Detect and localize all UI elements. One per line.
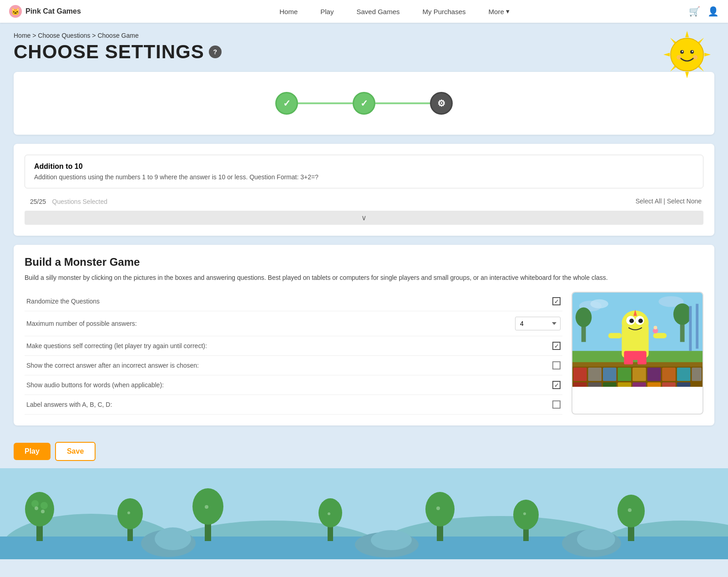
- svg-point-22: [673, 304, 691, 325]
- svg-point-90: [155, 527, 191, 550]
- svg-point-85: [328, 512, 330, 515]
- setting-max-answers-control: 2 3 4 5 6: [515, 317, 561, 330]
- svg-rect-57: [662, 382, 676, 387]
- svg-point-17: [590, 299, 608, 309]
- setting-randomize: Randomize the Questions ✓: [25, 292, 562, 311]
- user-icon[interactable]: 👤: [708, 6, 719, 17]
- svg-point-83: [127, 511, 130, 514]
- steps-row: ✓ ✓ ⚙: [25, 83, 703, 124]
- self-correcting-checkbox[interactable]: ✓: [552, 342, 561, 350]
- svg-point-84: [205, 505, 208, 509]
- step-3[interactable]: ⚙: [430, 92, 453, 115]
- svg-rect-24: [696, 304, 698, 349]
- svg-point-68: [40, 502, 48, 509]
- svg-point-14: [693, 55, 698, 60]
- nav-home[interactable]: Home: [279, 8, 298, 15]
- question-card: Addition to 10 Addition questions using …: [14, 144, 714, 236]
- select-none-link[interactable]: Select None: [667, 197, 702, 205]
- show-correct-checkbox[interactable]: [552, 361, 561, 369]
- audio-buttons-checkbox[interactable]: ✓: [552, 381, 561, 389]
- nav-saved-games[interactable]: Saved Games: [356, 8, 399, 15]
- svg-rect-47: [647, 368, 661, 381]
- collapse-chevron[interactable]: ∨: [25, 211, 703, 225]
- label-answers-checkbox[interactable]: [552, 400, 561, 409]
- game-desc: Build a silly monster by clicking on the…: [25, 273, 703, 283]
- svg-marker-3: [704, 53, 711, 56]
- questions-selected-row: 25/25 Questions Selected Select All | Se…: [25, 196, 703, 206]
- chevron-down-icon: ∨: [361, 214, 367, 222]
- game-preview-svg: [572, 293, 703, 387]
- max-answers-select[interactable]: 2 3 4 5 6: [515, 317, 561, 330]
- link-separator: |: [663, 197, 667, 205]
- svg-rect-36: [624, 351, 646, 360]
- svg-point-31: [629, 319, 634, 323]
- setting-show-correct: Show the correct answer after an incorre…: [25, 356, 562, 375]
- svg-marker-2: [663, 53, 670, 56]
- game-title: Build a Monster Game: [25, 256, 703, 268]
- svg-point-67: [31, 500, 39, 507]
- svg-rect-23: [689, 306, 692, 351]
- svg-rect-56: [647, 382, 661, 387]
- svg-point-11: [682, 51, 683, 52]
- step-1[interactable]: ✓: [275, 92, 298, 115]
- question-desc: Addition questions using the numbers 1 t…: [34, 173, 694, 181]
- setting-audio-buttons: Show audio buttons for words (when appli…: [25, 375, 562, 395]
- nav-play[interactable]: Play: [320, 8, 334, 15]
- setting-max-answers: Maximum number of possible answers: 2 3 …: [25, 311, 562, 336]
- page-title-row: CHOOSE SETTINGS ?: [14, 41, 714, 63]
- svg-rect-48: [662, 368, 676, 381]
- svg-marker-0: [685, 31, 689, 37]
- setting-self-correcting-control: ✓: [552, 342, 561, 350]
- svg-point-94: [577, 528, 615, 550]
- svg-point-86: [436, 506, 440, 510]
- svg-rect-35: [653, 333, 667, 339]
- svg-rect-45: [618, 368, 632, 381]
- svg-point-88: [628, 508, 632, 512]
- landscape-svg: [0, 468, 728, 559]
- question-box: Addition to 10 Addition questions using …: [25, 155, 703, 188]
- randomize-checkbox[interactable]: ✓: [552, 297, 561, 305]
- svg-rect-55: [632, 382, 646, 387]
- step-2[interactable]: ✓: [353, 92, 375, 115]
- nav-links: Home Play Saved Games My Purchases More …: [100, 7, 689, 15]
- svg-point-40: [654, 326, 657, 329]
- svg-point-74: [318, 498, 342, 527]
- step-line-2: [375, 102, 430, 104]
- q-count: 25/25 Questions Selected: [26, 196, 107, 206]
- svg-rect-44: [603, 368, 617, 381]
- chevron-down-icon: ▾: [506, 7, 510, 15]
- setting-self-correcting-label: Make questions self correcting (let play…: [26, 342, 552, 349]
- select-links: Select All | Select None: [636, 197, 702, 205]
- game-preview: [571, 292, 703, 415]
- svg-rect-52: [588, 382, 602, 387]
- landscape-footer: [0, 468, 728, 559]
- logo-icon: 🐱: [9, 5, 22, 18]
- svg-point-92: [371, 530, 412, 550]
- setting-randomize-control: ✓: [552, 297, 561, 305]
- svg-rect-49: [677, 368, 691, 381]
- svg-rect-43: [588, 368, 602, 381]
- select-all-link[interactable]: Select All: [636, 197, 662, 205]
- bottom-bar: Play Save: [0, 435, 728, 468]
- settings-col: Randomize the Questions ✓ Maximum number…: [25, 292, 562, 415]
- brand[interactable]: 🐱 Pink Cat Games: [9, 5, 100, 18]
- setting-show-correct-label: Show the correct answer after an incorre…: [26, 362, 552, 369]
- save-button[interactable]: Save: [55, 442, 96, 461]
- svg-point-70: [117, 498, 143, 529]
- play-button[interactable]: Play: [14, 443, 51, 460]
- svg-rect-42: [573, 368, 587, 381]
- svg-rect-54: [618, 382, 632, 387]
- setting-randomize-label: Randomize the Questions: [26, 298, 552, 305]
- svg-point-12: [692, 51, 693, 52]
- nav-my-purchases[interactable]: My Purchases: [423, 8, 466, 15]
- svg-point-87: [523, 512, 526, 515]
- brand-name: Pink Cat Games: [25, 7, 81, 15]
- nav-more[interactable]: More ▾: [489, 7, 510, 15]
- svg-point-66: [25, 492, 54, 526]
- cart-icon[interactable]: 🛒: [689, 6, 700, 17]
- question-title: Addition to 10: [34, 162, 694, 171]
- help-icon[interactable]: ?: [209, 46, 222, 58]
- svg-rect-46: [632, 368, 646, 381]
- game-content-row: Randomize the Questions ✓ Maximum number…: [25, 292, 703, 415]
- svg-rect-58: [677, 382, 691, 387]
